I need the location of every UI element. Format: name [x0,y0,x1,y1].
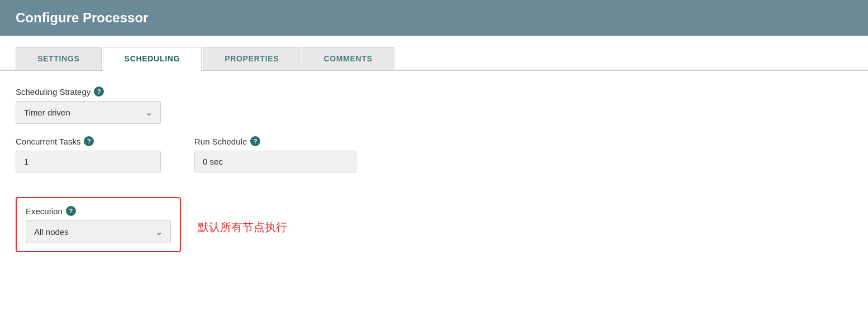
chevron-down-icon: ⌄ [155,227,163,237]
form-content: Scheduling Strategy ? Timer driven ⌄ Con… [0,71,868,273]
concurrent-tasks-input[interactable]: 1 [16,151,161,172]
run-schedule-label: Run Schedule ? [194,136,356,146]
scheduling-strategy-value: Timer driven [24,108,70,117]
scheduling-strategy-help-icon[interactable]: ? [94,86,104,97]
execution-row: Execution ? All nodes ⌄ 默认所有节点执行 [16,197,852,258]
execution-section: Execution ? All nodes ⌄ [16,197,181,252]
concurrent-tasks-field: Concurrent Tasks ? 1 [16,136,161,172]
concurrent-tasks-help-icon[interactable]: ? [84,136,94,146]
tab-comments[interactable]: COMMENTS [302,47,394,70]
annotation-text: 默认所有节点执行 [198,220,287,235]
tabs-bar: SETTINGS SCHEDULING PROPERTIES COMMENTS [0,36,868,71]
scheduling-strategy-field: Scheduling Strategy ? Timer driven ⌄ [16,86,852,124]
run-schedule-help-icon[interactable]: ? [250,136,260,146]
dialog-header: Configure Processor [0,0,868,36]
concurrent-tasks-label: Concurrent Tasks ? [16,136,161,146]
tab-scheduling[interactable]: SCHEDULING [103,47,202,71]
tab-settings[interactable]: SETTINGS [16,47,102,70]
scheduling-strategy-label: Scheduling Strategy ? [16,86,852,97]
tab-properties[interactable]: PROPERTIES [203,47,301,70]
chevron-down-icon: ⌄ [145,107,152,118]
execution-value: All nodes [34,227,69,237]
execution-help-icon[interactable]: ? [66,206,76,216]
execution-label: Execution ? [26,206,171,216]
execution-select[interactable]: All nodes ⌄ [26,220,171,243]
scheduling-strategy-select[interactable]: Timer driven ⌄ [16,101,161,124]
run-schedule-input[interactable]: 0 sec [194,151,356,172]
run-schedule-field: Run Schedule ? 0 sec [194,136,356,172]
tasks-schedule-row: Concurrent Tasks ? 1 Run Schedule ? 0 se… [16,136,852,185]
dialog-title: Configure Processor [16,10,148,25]
